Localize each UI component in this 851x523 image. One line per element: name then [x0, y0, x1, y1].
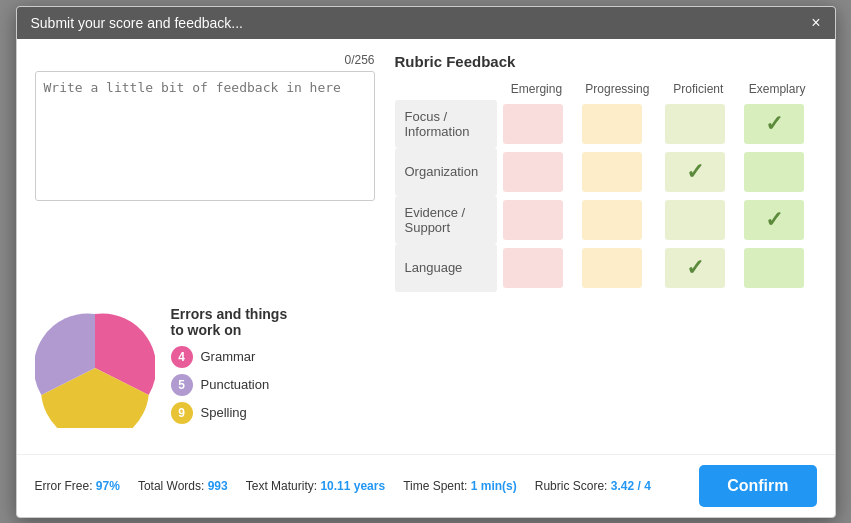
rubric-cell-proficient[interactable]: ✓: [659, 148, 738, 196]
char-count: 0/256: [35, 53, 375, 67]
rubric-row-label: Organization: [395, 148, 498, 196]
stat-total_words: Total Words: 993: [138, 479, 228, 493]
right-panel: Rubric Feedback Emerging Progressing Pro…: [395, 53, 817, 292]
rubric-cell-proficient[interactable]: [659, 196, 738, 244]
left-panel: 0/256: [35, 53, 375, 292]
stat-text_maturity: Text Maturity: 10.11 years: [246, 479, 385, 493]
rubric-table: Emerging Progressing Proficient Exemplar…: [395, 78, 817, 292]
error-label: Spelling: [201, 405, 247, 420]
rubric-cell-emerging[interactable]: [497, 196, 576, 244]
errors-section: Errors and thingsto work on 4Grammar5Pun…: [171, 306, 288, 430]
footer-stats: Error Free: 97%Total Words: 993Text Matu…: [35, 479, 700, 493]
footer: Error Free: 97%Total Words: 993Text Matu…: [17, 454, 835, 517]
stat-rubric_score: Rubric Score: 3.42 / 4: [535, 479, 651, 493]
check-mark-icon: ✓: [686, 257, 704, 279]
check-mark-icon: ✓: [686, 161, 704, 183]
error-badge: 4: [171, 346, 193, 368]
rubric-row-label: Focus /Information: [395, 100, 498, 148]
rubric-cell-progressing[interactable]: [576, 196, 659, 244]
modal-title: Submit your score and feedback...: [31, 15, 243, 31]
error-item: 4Grammar: [171, 346, 288, 368]
rubric-cell-emerging[interactable]: [497, 244, 576, 292]
error-badge: 9: [171, 402, 193, 424]
pie-chart: [35, 308, 155, 428]
check-mark-icon: ✓: [765, 209, 783, 231]
rubric-cell-emerging[interactable]: [497, 148, 576, 196]
rubric-cell-emerging[interactable]: [497, 100, 576, 148]
rubric-cell-progressing[interactable]: [576, 148, 659, 196]
error-item: 5Punctuation: [171, 374, 288, 396]
rubric-row-label: Evidence /Support: [395, 196, 498, 244]
modal-body: 0/256 Rubric Feedback Emerging Progressi…: [17, 39, 835, 444]
rubric-row-label: Language: [395, 244, 498, 292]
col-emerging: Emerging: [497, 78, 576, 100]
rubric-cell-progressing[interactable]: [576, 100, 659, 148]
modal-header: Submit your score and feedback... ×: [17, 7, 835, 39]
col-progressing: Progressing: [576, 78, 659, 100]
col-proficient: Proficient: [659, 78, 738, 100]
rubric-cell-progressing[interactable]: [576, 244, 659, 292]
rubric-title: Rubric Feedback: [395, 53, 817, 70]
error-label: Grammar: [201, 349, 256, 364]
bottom-left: Errors and thingsto work on 4Grammar5Pun…: [35, 306, 817, 430]
rubric-cell-exemplary[interactable]: [738, 244, 817, 292]
top-section: 0/256 Rubric Feedback Emerging Progressi…: [35, 53, 817, 292]
close-button[interactable]: ×: [811, 15, 820, 31]
stat-time_spent: Time Spent: 1 min(s): [403, 479, 517, 493]
modal: Submit your score and feedback... × 0/25…: [16, 6, 836, 518]
col-exemplary: Exemplary: [738, 78, 817, 100]
error-item: 9Spelling: [171, 402, 288, 424]
errors-title: Errors and thingsto work on: [171, 306, 288, 338]
rubric-cell-proficient[interactable]: ✓: [659, 244, 738, 292]
check-mark-icon: ✓: [765, 113, 783, 135]
rubric-cell-proficient[interactable]: [659, 100, 738, 148]
feedback-input[interactable]: [35, 71, 375, 201]
stat-error_free: Error Free: 97%: [35, 479, 120, 493]
rubric-cell-exemplary[interactable]: [738, 148, 817, 196]
rubric-cell-exemplary[interactable]: ✓: [738, 196, 817, 244]
rubric-cell-exemplary[interactable]: ✓: [738, 100, 817, 148]
error-badge: 5: [171, 374, 193, 396]
confirm-button[interactable]: Confirm: [699, 465, 816, 507]
error-label: Punctuation: [201, 377, 270, 392]
